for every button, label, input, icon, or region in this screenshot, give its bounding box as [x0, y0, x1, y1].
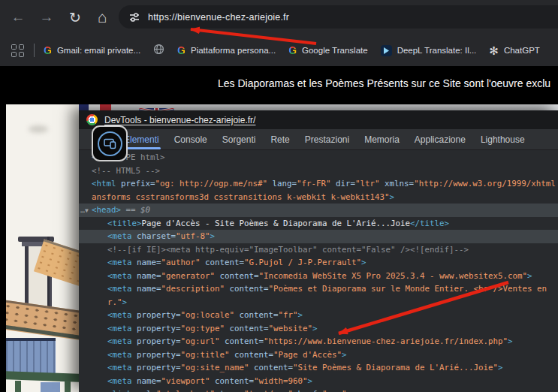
back-icon[interactable]: ← [8, 7, 29, 28]
bookmark-label: DeepL Translate: Il... [397, 46, 477, 55]
reload-icon[interactable]: ↻ [65, 7, 86, 28]
elements-dom-tree: <!DOCTYPE html><!-- HTML5 --><html prefi… [79, 151, 558, 392]
google-g-icon: G [177, 44, 185, 56]
dom-tree-row[interactable]: <meta property="og:title" content="Page … [79, 348, 558, 362]
dom-tree-row[interactable]: <meta charset="utf-8"> [79, 230, 558, 243]
screen: ← → ↻ ⌂ https://bienvenue-chez-ariejoie.… [0, 0, 558, 392]
site-banner: Les Diaporamas et les Poèmes Présents su… [0, 66, 558, 104]
dom-tree-row[interactable]: ansforms csstransforms3d csstransitions … [79, 191, 558, 204]
devtools-tabbar: ElementiConsoleSorgentiRetePrestazioniMe… [79, 129, 558, 150]
dom-tree-row[interactable]: <meta property="og:site_name" content="S… [79, 361, 558, 375]
globe-icon [153, 44, 164, 58]
bookmarks-separator [34, 44, 35, 57]
dom-tree-row[interactable]: <meta name="author" content="G.Pujol / J… [79, 256, 558, 270]
dom-tree-row[interactable]: <meta name="description" content="Poèmes… [79, 282, 558, 296]
dom-tree-row[interactable]: <!DOCTYPE html> [79, 151, 558, 164]
forward-icon[interactable]: → [36, 7, 57, 28]
bookmarks-bar: GGmail: email private...GPiattaforma per… [0, 35, 558, 66]
dom-tree-row[interactable]: <link rel="stylesheet" type="text/css" h… [79, 387, 558, 392]
google-g-icon: G [44, 44, 52, 56]
dom-tree-row[interactable]: <html prefix="og: http://ogp.me/ns#" lan… [79, 177, 558, 191]
address-bar[interactable]: https://bienvenue-chez-ariejoie.fr [119, 5, 558, 29]
tab-applicazione[interactable]: Applicazione [415, 129, 466, 149]
bookmark-item[interactable]: DeepL Translate: Il... [381, 45, 477, 56]
device-toolbar-icon[interactable] [98, 131, 122, 156]
bookmark-item[interactable]: GPiattaforma persona... [177, 44, 276, 56]
dom-tree-row[interactable]: <title>Page d'Accès - Site Poèmes & Diap… [79, 217, 558, 231]
bookmark-label: Gmail: email private... [57, 46, 140, 55]
dom-tree-row[interactable]: <meta property="og:locale" content="fr"> [79, 309, 558, 322]
devtools-window: DevTools - bienvenue-chez-ariejoie.fr/ E… [79, 110, 558, 392]
dom-tree-row[interactable]: <meta name="generator" content="Incomedi… [79, 270, 558, 283]
browser-toolbar: ← → ↻ ⌂ https://bienvenue-chez-ariejoie.… [0, 0, 558, 35]
devtools-titlebar[interactable]: DevTools - bienvenue-chez-ariejoie.fr/ [79, 110, 558, 129]
dom-tree-row[interactable]: <meta property="og:type" content="websit… [79, 322, 558, 336]
tab-prestazioni[interactable]: Prestazioni [305, 129, 349, 149]
tab-elementi[interactable]: Elementi [124, 129, 159, 149]
bookmark-item[interactable]: GGmail: email private... [44, 44, 140, 56]
bookmark-item[interactable] [153, 44, 164, 58]
dom-tree-row[interactable]: …▼<head> == $0 [79, 204, 558, 217]
bookmark-item[interactable]: GGoogle Translate [288, 44, 367, 56]
bookmark-item[interactable]: ✻ChatGPT [489, 45, 540, 56]
tab-console[interactable]: Console [174, 129, 207, 149]
tab-rete[interactable]: Rete [270, 129, 289, 149]
apps-grid-icon[interactable] [11, 44, 24, 57]
watercolor-painting [6, 104, 79, 392]
bookmark-label: Piattaforma persona... [191, 46, 276, 55]
chrome-logo-icon [86, 114, 98, 125]
site-settings-icon[interactable] [128, 11, 140, 23]
home-icon[interactable]: ⌂ [92, 7, 113, 28]
dom-tree-row[interactable]: <meta property="og:url" content="https:/… [79, 335, 558, 348]
bookmarks-list: GGmail: email private...GPiattaforma per… [44, 44, 540, 58]
tab-memoria[interactable]: Memoria [364, 129, 400, 149]
dom-tree-row[interactable]: <meta name="viewport" content="width=960… [79, 375, 558, 388]
annotation-highlight-box [92, 125, 128, 161]
tab-lighthouse[interactable]: Lighthouse [481, 129, 525, 149]
devtools-window-title: DevTools - bienvenue-chez-ariejoie.fr/ [104, 115, 255, 125]
bookmark-label: Google Translate [302, 46, 368, 55]
deepl-icon [381, 45, 392, 56]
dom-tree-row[interactable]: <!-- HTML5 --> [79, 164, 558, 178]
tab-sorgenti[interactable]: Sorgenti [222, 129, 256, 149]
page-left-margin [0, 66, 6, 392]
dom-tree-row[interactable]: <!--[if IE]><meta http-equiv="ImageToolb… [79, 243, 558, 257]
expander-icon[interactable]: ▼ [85, 204, 89, 218]
url-text[interactable]: https://bienvenue-chez-ariejoie.fr [148, 12, 289, 23]
site-banner-text: Les Diaporamas et les Poèmes Présents su… [218, 77, 550, 89]
google-g-icon: G [288, 44, 297, 56]
chatgpt-icon: ✻ [489, 45, 499, 56]
more-actions-icon[interactable]: … [80, 204, 84, 217]
dom-tree-row[interactable]: r."> [79, 296, 558, 309]
bookmark-label: ChatGPT [504, 46, 540, 55]
